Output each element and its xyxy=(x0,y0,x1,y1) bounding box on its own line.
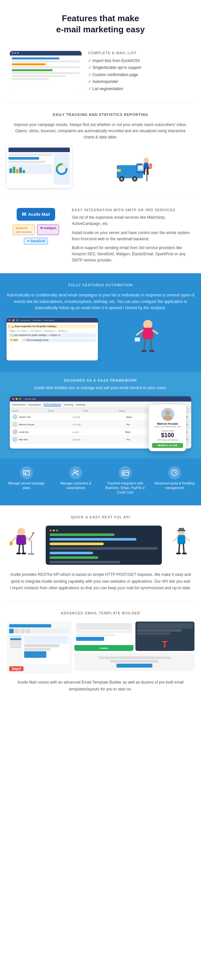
kreative-label: Kreative xyxy=(100,647,109,649)
feature-item: Custom confirmation page xyxy=(88,72,191,79)
editor-body xyxy=(9,635,69,664)
svg-rect-55 xyxy=(16,553,21,554)
api-right-illustration xyxy=(168,526,195,565)
cell-name: Alex Kim xyxy=(19,438,71,441)
saas-features: Manage service package plans Manage cust… xyxy=(0,458,201,505)
svg-point-35 xyxy=(165,410,170,415)
api-left-illustration xyxy=(6,526,39,565)
svg-point-41 xyxy=(77,471,79,473)
auto-subtitle: Trigger: For Paper — #5 Papers — Buildin… xyxy=(8,330,96,332)
nav-sending[interactable]: Sending xyxy=(63,403,73,406)
automation-illustration xyxy=(101,316,195,362)
api-section: QUICK & EASY REST FUL API xyxy=(0,505,201,601)
tracking-section: DAILY TRACKING AND STATISTICS REPORTING … xyxy=(0,103,201,198)
smtp-content: EASY INTEGRATION WITH SMTP OR 3RD SERVIC… xyxy=(72,208,195,263)
menu-automations: Automations xyxy=(44,319,54,321)
template-previews: Kreative T xyxy=(74,622,195,674)
provider-mailgun: ✉ mailgun xyxy=(37,224,59,235)
api-label: QUICK & EASY REST FUL API xyxy=(6,515,195,519)
smtp-label: EASY INTEGRATION WITH SMTP OR 3RD SERVIC… xyxy=(72,208,195,212)
svg-rect-60 xyxy=(31,540,32,554)
svg-rect-37 xyxy=(24,471,29,475)
editor-toolbar xyxy=(9,629,69,633)
smtp-desc3: Built-in support for sending email from … xyxy=(72,245,195,264)
api-person-right-svg xyxy=(172,527,191,563)
saas-feature-plans: Manage service package plans xyxy=(3,463,50,498)
menu-dashboard: Dashboard xyxy=(20,319,30,321)
feature-item: Autoresponder xyxy=(88,78,191,86)
mail-icon: ✉ xyxy=(22,211,26,217)
saas-header-area: DESIGNED AS A SAAS FRAMEWORK Acelle Mail… xyxy=(0,372,201,458)
feature-item: Single/double opt-in support xyxy=(88,64,191,72)
code-line xyxy=(50,561,120,563)
nav-settings[interactable]: Settings xyxy=(76,403,85,406)
cell-email: l.wu@... xyxy=(72,431,124,433)
svg-rect-49 xyxy=(16,535,26,545)
api-person-left-svg xyxy=(10,527,36,563)
editor-sidebar xyxy=(9,635,22,664)
col-name: Name xyxy=(13,410,47,412)
mailman-svg xyxy=(115,146,154,188)
svg-line-50 xyxy=(11,537,16,542)
email-list-mockup xyxy=(10,51,82,90)
col-plan: Plan xyxy=(84,410,118,412)
smtp-section: ✉ Acelle Mail amazon web services ✉ mail… xyxy=(0,198,201,273)
window-title: Acelle Mail xyxy=(25,398,36,400)
svg-line-28 xyxy=(144,339,145,351)
renew-button[interactable]: RENEW & ACTIVE xyxy=(152,443,183,448)
cell-email: j.tran@... xyxy=(73,416,125,418)
nav-dashboard[interactable]: Dashboard xyxy=(13,403,25,406)
plans-icon xyxy=(20,466,33,479)
template-preview-2: T xyxy=(135,622,195,651)
plans-label: Manage service package plans xyxy=(4,481,49,490)
quota-icon xyxy=(168,466,181,479)
feature-item: Import lists from Excel/CSV xyxy=(88,57,191,65)
svg-line-54 xyxy=(23,545,24,553)
col-email: Email xyxy=(48,410,82,412)
feature-item: List segmentation xyxy=(88,86,191,93)
avatar xyxy=(13,422,17,427)
template-label: ADVANCED EMAIL TEMPLATE BUILDER xyxy=(6,611,195,615)
card-plan-label: Choose plan xyxy=(152,430,183,432)
svg-rect-56 xyxy=(22,553,26,554)
close-dot xyxy=(13,398,14,400)
cell-name: Marcos Kruzan xyxy=(19,423,71,426)
provider-sendgrid: ✦ SendGrid xyxy=(24,238,48,245)
auto-actions: ⏱ Wait 📧 Send campaign email xyxy=(8,338,96,342)
svg-rect-16 xyxy=(144,162,149,169)
template-preview-bottom xyxy=(74,653,195,671)
svg-point-36 xyxy=(163,415,172,421)
saas-feature-payment: Payment integration with Braintree, Stri… xyxy=(101,463,149,498)
svg-rect-44 xyxy=(123,473,125,474)
payment-label: Payment integration with Braintree, Stri… xyxy=(103,481,147,495)
nav-campaigns[interactable]: Campaigns xyxy=(28,403,41,406)
template-visual: {tags} Kreative xyxy=(6,622,195,674)
svg-point-58 xyxy=(32,532,34,534)
cell-email: m.kru@... xyxy=(73,423,125,426)
svg-rect-42 xyxy=(122,471,128,475)
automation-image-area: Dashboard Campaigns Automations 🔔 Auto-r… xyxy=(6,316,195,362)
nav-subscriptions[interactable]: Subscriptions xyxy=(44,403,61,406)
template-editor-mockup: {tags} xyxy=(6,622,72,674)
tracking-dashboard xyxy=(6,146,72,188)
svg-line-46 xyxy=(172,469,173,470)
condition-block: 🔍 Get recipients for public holidays — R… xyxy=(8,333,96,337)
automation-header: FULLY FEATURED AUTOMATION xyxy=(6,283,195,287)
code-line xyxy=(50,552,93,554)
svg-line-57 xyxy=(29,534,33,539)
card-days: 555 Days remaining xyxy=(152,439,183,441)
mailman-illustration xyxy=(75,146,195,188)
saas-section: DESIGNED AS A SAAS FRAMEWORK Acelle Mail… xyxy=(0,372,201,505)
email-feature-list: Import lists from Excel/CSV Single/doubl… xyxy=(88,57,191,93)
template-section: ADVANCED EMAIL TEMPLATE BUILDER xyxy=(0,601,201,702)
card-avatar xyxy=(161,408,174,421)
svg-point-15 xyxy=(144,158,149,163)
payment-icon xyxy=(119,466,132,479)
svg-line-47 xyxy=(176,469,177,470)
automation-description: Automatically or conditionally send emai… xyxy=(6,292,195,311)
smtp-desc1: Get rid of the expensive email services … xyxy=(72,215,195,227)
action-wait: ⏱ Wait xyxy=(8,338,19,342)
avatar xyxy=(13,437,17,442)
api-visual xyxy=(6,526,195,565)
cell-email: a.kim@... xyxy=(73,438,125,441)
